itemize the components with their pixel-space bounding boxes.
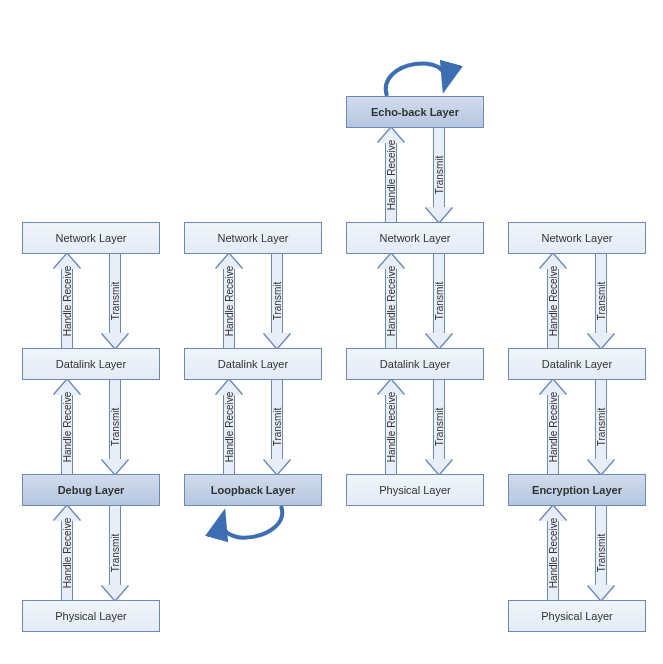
arrow-up-label: Handle Receive [548,266,559,337]
layer-box-physical: Physical Layer [508,600,646,632]
arrow-up-label: Handle Receive [62,266,73,337]
arrow-up-label: Handle Receive [548,392,559,463]
layer-box-encryption: Encryption Layer [508,474,646,506]
arrow-down-label: Transmit [110,282,121,321]
arrow-up-label: Handle Receive [386,392,397,463]
arrow-down-label: Transmit [272,408,283,447]
arrow-up-debug-stack-1: Handle Receive [56,380,78,474]
arrow-down-label: Transmit [596,534,607,573]
arrow-up-loopback-stack-0: Handle Receive [218,254,240,348]
layer-box-datalink: Datalink Layer [508,348,646,380]
layer-box-debug: Debug Layer [22,474,160,506]
arrow-down-label: Transmit [110,408,121,447]
arrow-up-label: Handle Receive [386,266,397,337]
layer-box-network: Network Layer [346,222,484,254]
arrow-up-label: Handle Receive [224,392,235,463]
arrow-up-label: Handle Receive [224,266,235,337]
layer-box-datalink: Datalink Layer [22,348,160,380]
loop-arrow-above [365,38,465,98]
layer-box-echoback: Echo-back Layer [346,96,484,128]
arrow-down-loopback-stack-1: Transmit [266,380,288,474]
arrow-down-label: Transmit [434,156,445,195]
arrow-up-label: Handle Receive [548,518,559,589]
arrow-up-echoback-stack-2: Handle Receive [380,380,402,474]
arrow-pair: Handle ReceiveTransmit [380,380,450,474]
arrow-down-encryption-stack-0: Transmit [590,254,612,348]
arrow-down-label: Transmit [434,408,445,447]
arrow-down-echoback-stack-2: Transmit [428,380,450,474]
arrow-down-label: Transmit [272,282,283,321]
arrow-pair: Handle ReceiveTransmit [380,128,450,222]
arrow-pair: Handle ReceiveTransmit [542,380,612,474]
arrow-down-debug-stack-2: Transmit [104,506,126,600]
arrow-down-debug-stack-1: Transmit [104,380,126,474]
arrow-down-label: Transmit [434,282,445,321]
arrow-pair: Handle ReceiveTransmit [56,254,126,348]
layer-box-datalink: Datalink Layer [184,348,322,380]
arrow-pair: Handle ReceiveTransmit [542,254,612,348]
arrow-up-echoback-stack-0: Handle Receive [380,128,402,222]
arrow-down-encryption-stack-2: Transmit [590,506,612,600]
arrow-down-label: Transmit [596,408,607,447]
arrow-up-debug-stack-2: Handle Receive [56,506,78,600]
arrow-up-encryption-stack-2: Handle Receive [542,506,564,600]
arrow-down-encryption-stack-1: Transmit [590,380,612,474]
arrow-down-echoback-stack-0: Transmit [428,128,450,222]
layer-box-network: Network Layer [508,222,646,254]
arrow-pair: Handle ReceiveTransmit [218,254,288,348]
arrow-pair: Handle ReceiveTransmit [56,506,126,600]
layer-box-network: Network Layer [22,222,160,254]
layer-box-physical: Physical Layer [22,600,160,632]
arrow-down-echoback-stack-1: Transmit [428,254,450,348]
arrow-pair: Handle ReceiveTransmit [380,254,450,348]
layer-box-physical: Physical Layer [346,474,484,506]
layer-box-datalink: Datalink Layer [346,348,484,380]
layer-box-network: Network Layer [184,222,322,254]
arrow-up-label: Handle Receive [386,140,397,211]
layer-box-loopback: Loopback Layer [184,474,322,506]
arrow-pair: Handle ReceiveTransmit [542,506,612,600]
arrow-pair: Handle ReceiveTransmit [56,380,126,474]
arrow-up-loopback-stack-1: Handle Receive [218,380,240,474]
arrow-pair: Handle ReceiveTransmit [218,380,288,474]
arrow-up-label: Handle Receive [62,518,73,589]
arrow-up-echoback-stack-1: Handle Receive [380,254,402,348]
arrow-up-debug-stack-0: Handle Receive [56,254,78,348]
arrow-up-encryption-stack-0: Handle Receive [542,254,564,348]
arrow-down-debug-stack-0: Transmit [104,254,126,348]
arrow-down-label: Transmit [110,534,121,573]
arrow-up-label: Handle Receive [62,392,73,463]
loop-arrow-below [203,504,303,564]
arrow-up-encryption-stack-1: Handle Receive [542,380,564,474]
arrow-down-loopback-stack-0: Transmit [266,254,288,348]
arrow-down-label: Transmit [596,282,607,321]
